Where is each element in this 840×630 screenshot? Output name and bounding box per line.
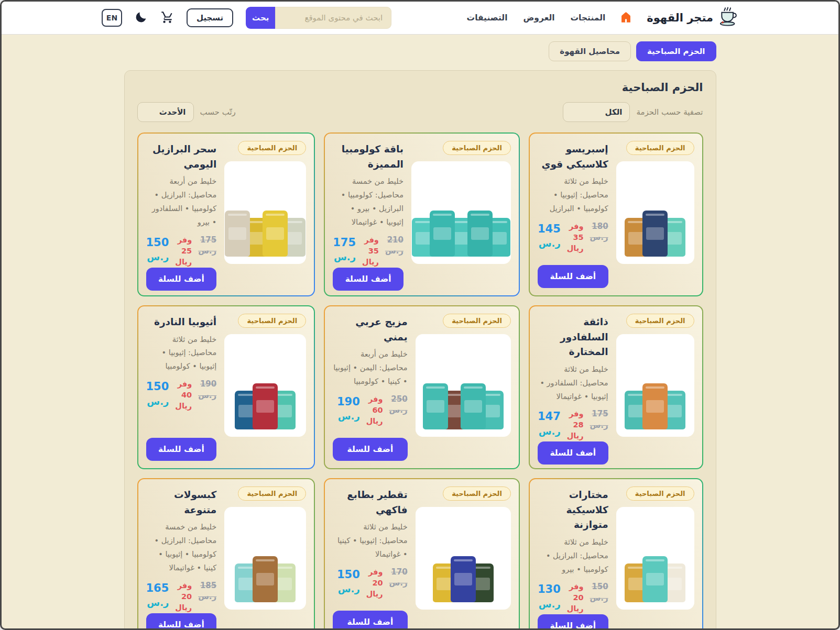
cart-icon	[160, 10, 174, 26]
product-title: مختارات كلاسيكية متوازنة	[538, 488, 608, 533]
old-price: 170ر.س	[389, 567, 408, 590]
coffee-bags-illustration	[426, 383, 501, 429]
product-image	[411, 161, 511, 264]
add-to-cart-button[interactable]: أضف للسلة	[333, 611, 407, 630]
product-media-column: الحزم الصباحية	[224, 487, 306, 630]
add-to-cart-button[interactable]: أضف للسلة	[333, 268, 403, 291]
product-image	[416, 507, 511, 610]
add-to-cart-button[interactable]: أضف للسلة	[538, 614, 608, 630]
product-grid: الحزم الصباحية إسبريسو كلاسيكي قوي خليط …	[137, 132, 703, 630]
product-card: الحزم الصباحية تقطير بطابع فاكهي خليط من…	[324, 478, 520, 630]
coffee-bags-illustration	[627, 211, 683, 257]
product-media-column: الحزم الصباحية	[416, 314, 511, 461]
add-to-cart-button[interactable]: أضف للسلة	[538, 265, 608, 288]
coffee-bags-illustration	[435, 556, 491, 602]
sort-select[interactable]: الأحدث	[137, 102, 194, 122]
new-price: 147ر.س	[538, 408, 561, 438]
sort-group: رتّب حسب الأحدث	[137, 102, 236, 122]
product-card: الحزم الصباحية باقة كولومبيا المميزة خلي…	[324, 132, 520, 296]
old-price: 175ر.س	[198, 235, 216, 258]
section-title: الحزم الصباحية	[137, 81, 703, 94]
product-card-body: الحزم الصباحية مختارات كلاسيكية متوازنة …	[530, 479, 702, 630]
bundle-badge: الحزم الصباحية	[238, 314, 306, 328]
nav-link-products[interactable]: المنتجات	[571, 13, 606, 23]
product-media-column: الحزم الصباحية	[224, 314, 306, 461]
main-nav: المنتجات العروض التصنيفات	[467, 13, 606, 23]
product-image	[416, 334, 511, 437]
nav-link-offers[interactable]: العروض	[523, 13, 555, 23]
search-button[interactable]: بحث	[246, 7, 275, 29]
bundle-badge: الحزم الصباحية	[238, 141, 306, 155]
register-button[interactable]: تسجيل	[187, 8, 233, 27]
add-to-cart-button[interactable]: أضف للسلة	[538, 441, 608, 465]
product-title: سحر البرازيل اليومي	[146, 142, 217, 172]
product-image	[616, 334, 694, 437]
add-to-cart-button[interactable]: أضف للسلة	[146, 268, 217, 291]
product-title: كبسولات متنوعة	[146, 488, 217, 517]
home-button[interactable]	[619, 10, 633, 26]
add-to-cart-button[interactable]: أضف للسلة	[146, 438, 217, 461]
product-description: خليط من ثلاثة محاصيل: البرازيل • كولومبي…	[538, 536, 608, 576]
brand[interactable]: متجر القهوة	[647, 6, 738, 29]
cart-button[interactable]	[160, 10, 174, 26]
coffee-cup-icon	[717, 6, 738, 29]
product-title: باقة كولومبيا المميزة	[333, 142, 403, 172]
tab-coffee-crops[interactable]: محاصيل القهوة	[549, 41, 631, 61]
home-icon	[619, 10, 633, 26]
product-info-column: ذائقة السلفادور المختارة خليط من ثلاثة م…	[538, 314, 608, 465]
product-card-body: الحزم الصباحية أثيوبيا النادرة خليط من ث…	[138, 306, 314, 468]
savings: وفر28ريال	[567, 408, 584, 441]
product-title: ذائقة السلفادور المختارة	[538, 315, 608, 360]
new-price: 150ر.س	[146, 379, 169, 408]
product-card-body: الحزم الصباحية إسبريسو كلاسيكي قوي خليط …	[530, 134, 702, 295]
price-block: 175ر.س وفر25ريال 150ر.س	[146, 235, 217, 268]
old-price: 210ر.س	[385, 235, 403, 258]
coffee-bags-illustration	[627, 556, 683, 602]
product-description: خليط من خمسة محاصيل: كولومبيا • البرازيل…	[333, 175, 403, 229]
sort-label: رتّب حسب	[200, 107, 236, 117]
product-description: خليط من ثلاثة محاصيل: إثيوبيا • كينيا • …	[333, 521, 407, 561]
moon-icon	[135, 10, 148, 25]
search-input[interactable]	[275, 7, 391, 29]
bundle-badge: الحزم الصباحية	[443, 141, 511, 155]
add-to-cart-button[interactable]: أضف للسلة	[146, 613, 217, 630]
product-info-column: كبسولات متنوعة خليط من خمسة محاصيل: البر…	[146, 487, 217, 630]
coffee-bags-illustration	[414, 211, 508, 257]
product-description: خليط من خمسة محاصيل: البرازيل • كولومبيا…	[146, 521, 217, 574]
product-image	[224, 334, 306, 437]
bundle-badge: الحزم الصباحية	[443, 314, 511, 328]
old-price: 180ر.س	[590, 221, 608, 244]
old-price: 190ر.س	[198, 379, 216, 402]
theme-toggle-button[interactable]	[135, 10, 148, 25]
add-to-cart-button[interactable]: أضف للسلة	[333, 438, 407, 461]
bundle-badge: الحزم الصباحية	[626, 141, 694, 155]
savings: وفر20ريال	[366, 567, 383, 600]
product-info-column: أثيوبيا النادرة خليط من ثلاثة محاصيل: إث…	[146, 314, 217, 461]
new-price: 165ر.س	[146, 580, 169, 610]
app-window: متجر القهوة المنتجات العروض التصنيفات	[0, 0, 840, 630]
product-info-column: سحر البرازيل اليومي خليط من أربعة محاصيل…	[146, 141, 217, 291]
product-card: الحزم الصباحية كبسولات متنوعة خليط من خم…	[137, 478, 315, 630]
price-block: 150ر.س وفر20ريال 130ر.س	[538, 581, 608, 614]
bundle-filter-select[interactable]: الكل	[563, 102, 630, 122]
filter-group: تصفية حسب الحزمة الكل	[563, 102, 703, 122]
brand-title: متجر القهوة	[647, 12, 713, 24]
new-price: 175ر.س	[333, 235, 356, 264]
savings: وفر20ريال	[567, 581, 584, 614]
savings: وفر35ريال	[567, 221, 584, 254]
language-toggle[interactable]: EN	[102, 9, 122, 27]
product-card: الحزم الصباحية مختارات كلاسيكية متوازنة …	[529, 478, 703, 630]
bundle-badge: الحزم الصباحية	[238, 487, 306, 501]
product-info-column: مختارات كلاسيكية متوازنة خليط من ثلاثة م…	[538, 487, 608, 630]
new-price: 190ر.س	[337, 394, 360, 424]
coffee-bags-illustration	[227, 211, 303, 257]
price-block: 180ر.س وفر35ريال 145ر.س	[538, 221, 608, 254]
product-card: الحزم الصباحية أثيوبيا النادرة خليط من ث…	[137, 305, 315, 469]
tab-morning-bundles[interactable]: الحزم الصباحية	[636, 41, 716, 61]
price-block: 170ر.س وفر20ريال 150ر.س	[333, 567, 407, 600]
product-image	[616, 161, 694, 264]
product-title: أثيوبيا النادرة	[146, 315, 217, 330]
bundle-badge: الحزم الصباحية	[443, 487, 511, 501]
nav-link-categories[interactable]: التصنيفات	[467, 13, 508, 23]
product-media-column: الحزم الصباحية	[224, 141, 306, 291]
